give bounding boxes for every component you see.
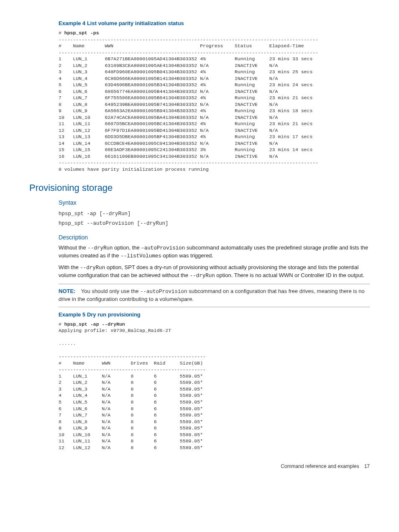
page-footer: Command reference and examples17 [29,463,370,469]
syntax-heading: Syntax [59,199,370,206]
description-p2: With the --dryRun option, SPT does a dry… [59,264,370,280]
example5-title: Example 5 Dry run provisioning [59,311,370,318]
example5-output: # hpsp_spt -ap --dryRun Applying profile… [59,321,370,451]
syntax-block: hpsp_spt -ap [--dryRun] hpsp_spt --autoP… [59,209,370,228]
description-p1: Without the --dryRun option, the –autoPr… [59,244,370,260]
example4-title: Example 4 List volume parity initializat… [59,20,370,26]
note-block: NOTE: You should only use the --autoProv… [59,284,370,307]
note-label: NOTE: [59,288,75,294]
section-heading: Provisioning storage [29,182,370,193]
example4-output: # hpsp_spt -ps -------------------------… [59,30,370,172]
description-heading: Description [59,234,370,241]
